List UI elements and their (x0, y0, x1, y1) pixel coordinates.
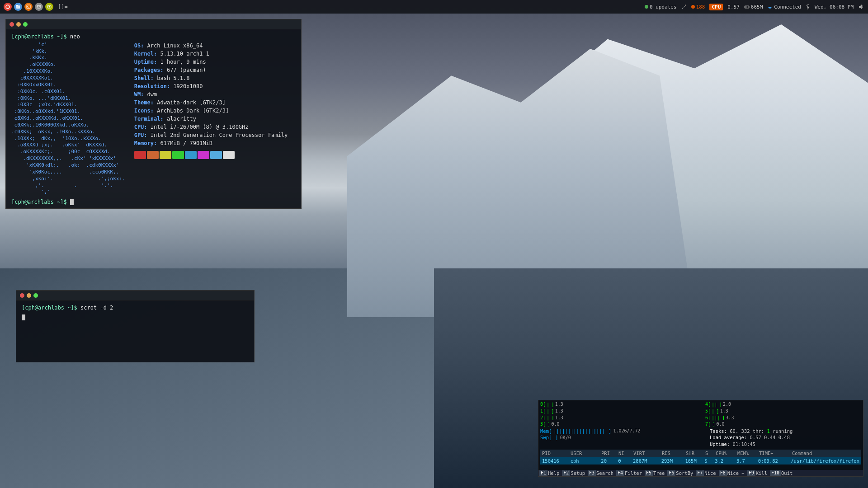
app-icon-terminal[interactable] (24, 3, 33, 11)
topbar-wrench (681, 4, 687, 9)
maximize-button-2[interactable] (33, 293, 38, 298)
process-row-firefox[interactable]: 150416 cph 20 0 2867M 293M 165M S 3.2 3.… (540, 457, 861, 465)
cpu-row-7: 7[ ] 0.0 (705, 421, 861, 428)
terminal-command: neo (70, 33, 80, 40)
updates-dot (645, 5, 648, 9)
topbar-updates: 0 updates (645, 4, 677, 10)
color-swatches (134, 151, 288, 159)
terminal-bottom-body[interactable]: [cph@archlabs ~]$ scrot -d 2 (16, 300, 254, 362)
cpu-row-1: 1[| ] 1.3 (540, 408, 696, 415)
swatch-2 (147, 151, 159, 159)
datetime: Wed, 06:08 PM (815, 4, 854, 10)
terminal-prompt-2: [cph@archlabs ~]$ (11, 199, 67, 205)
topbar-bluetooth (806, 4, 810, 9)
terminal-neofetch[interactable]: [cph@archlabs ~]$ neo 'c' 'kKk, .kKKx. .… (5, 19, 302, 209)
close-button-2[interactable] (20, 293, 24, 298)
swatch-1 (134, 151, 146, 159)
sysinfo: OS: Arch Linux x86_64 Kernel: 5.13.10-ar… (134, 42, 288, 196)
swap-row: Swp[ ] 0K/0 (540, 434, 696, 441)
cpu-row-5: 5[| ] 1.3 (705, 408, 861, 415)
f1-key[interactable]: F1 (539, 470, 547, 476)
cpu-row-3: 3[ ] 0.0 (540, 421, 696, 428)
mem-row: Mem[|||||||||||||||||| ] 1.026/7.72 (540, 428, 696, 435)
terminal-bottom-prompt: [cph@archlabs ~]$ (22, 305, 77, 311)
f5-key[interactable]: F5 (645, 470, 653, 476)
f10-key[interactable]: F10 (770, 470, 781, 476)
f3-key[interactable]: F3 (588, 470, 596, 476)
ascii-art: 'c' 'kKk, .kKKx. .oKXXXKo. .10XXXXKo. c0… (11, 42, 125, 196)
topbar-network: Connected (767, 4, 801, 10)
neofetch-content: 'c' 'kKk, .kKKx. .oKXXXKo. .10XXXXKo. c0… (11, 42, 296, 196)
minimize-button[interactable] (16, 22, 21, 27)
htop-body: 0[| ] 1.3 1[| ] 1.3 2[| ] 1.3 3[ ] 0.0 M… (538, 400, 863, 465)
swatch-3 (160, 151, 171, 159)
app-icons (4, 3, 53, 11)
topbar: []= 0 updates 0 updates 188 CPU 0.57 665… (0, 0, 868, 14)
f6-key[interactable]: F6 (667, 470, 675, 476)
swatch-7 (210, 151, 222, 159)
cpu-badge: CPU (709, 4, 723, 10)
cursor (70, 199, 74, 205)
cpu-row-6: 6[||| ] 3.3 (705, 414, 861, 421)
topbar-notification: 0 updates 188 (691, 4, 705, 10)
f4-key[interactable]: F4 (616, 470, 624, 476)
topbar-volume (858, 4, 864, 9)
svg-point-6 (49, 6, 50, 8)
swatch-4 (172, 151, 184, 159)
minimize-button-2[interactable] (27, 293, 31, 298)
maximize-button[interactable] (23, 22, 28, 27)
topbar-wm-title: []= (58, 4, 68, 10)
cpu-value: 0.57 (727, 4, 740, 10)
swatch-8 (223, 151, 235, 159)
topbar-right: 0 updates 0 updates 188 CPU 0.57 665M Co… (645, 4, 864, 10)
htop-table-header: PID USER PRI NI VIRT RES SHR S CPU% MEM%… (540, 450, 861, 457)
terminal-bottom-titlebar (16, 291, 254, 300)
terminal-body[interactable]: [cph@archlabs ~]$ neo 'c' 'kKk, .kKKx. .… (6, 29, 301, 208)
swatch-6 (198, 151, 209, 159)
svg-rect-2 (16, 5, 18, 6)
htop-footer: F1Help F2Setup F3Search F4Filter F5Tree … (538, 470, 863, 476)
svg-rect-4 (37, 5, 41, 8)
cpu-row-0: 0[| ] 1.3 (540, 401, 696, 408)
terminal-bottom[interactable]: [cph@archlabs ~]$ scrot -d 2 (16, 290, 255, 362)
ram-value: 665M (751, 4, 763, 10)
f2-key[interactable]: F2 (562, 470, 570, 476)
f7-key[interactable]: F7 (696, 470, 704, 476)
swatch-5 (185, 151, 197, 159)
topbar-left: []= (4, 3, 68, 11)
network-label: Connected (774, 4, 801, 10)
cpu-row-4: 4[|| ] 2.0 (705, 401, 861, 408)
svg-point-7 (685, 5, 685, 6)
htop-window[interactable]: 0[| ] 1.3 1[| ] 1.3 2[| ] 1.3 3[ ] 0.0 M… (538, 400, 863, 477)
htop-stats: Tasks: 60, 332 thr; 1 running Load avera… (710, 428, 861, 448)
topbar-datetime: Wed, 06:08 PM (815, 4, 854, 10)
f8-key[interactable]: F8 (719, 470, 727, 476)
app-icon-firefox[interactable] (4, 3, 12, 11)
close-button[interactable] (9, 22, 14, 27)
updates-label: 0 updates (650, 4, 677, 10)
cursor-2 (22, 314, 25, 320)
svg-rect-1 (16, 5, 20, 9)
terminal-titlebar (6, 19, 301, 29)
terminal-prompt: [cph@archlabs ~]$ (11, 33, 67, 40)
app-icon-screenshot[interactable] (45, 3, 53, 11)
topbar-ram: 665M (744, 4, 763, 10)
cpu-row-2: 2[| ] 1.3 (540, 414, 696, 421)
app-icon-mail[interactable] (35, 3, 43, 11)
app-icon-files[interactable] (14, 3, 22, 11)
notification-dot (691, 5, 695, 9)
f9-key[interactable]: F9 (747, 470, 755, 476)
